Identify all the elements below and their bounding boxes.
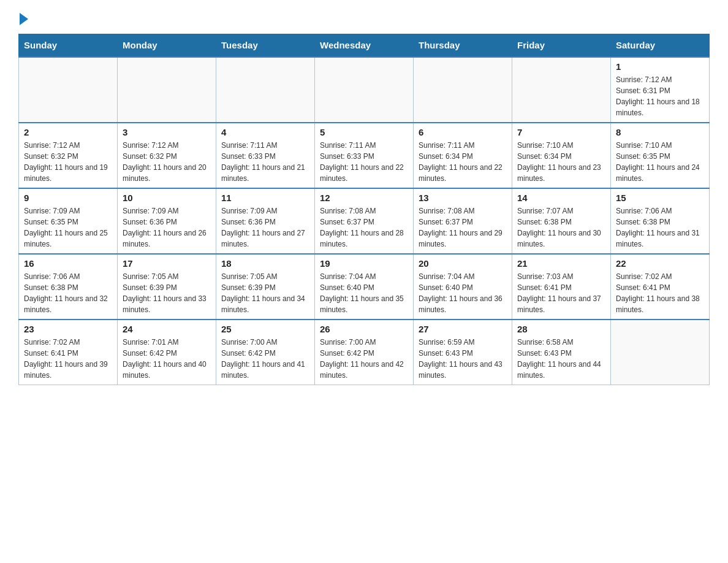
weekday-header-wednesday: Wednesday — [315, 34, 414, 57]
calendar-cell: 23Sunrise: 7:02 AMSunset: 6:41 PMDayligh… — [19, 320, 118, 385]
weekday-header-friday: Friday — [512, 34, 611, 57]
calendar-cell: 25Sunrise: 7:00 AMSunset: 6:42 PMDayligh… — [216, 320, 315, 385]
weekday-header-thursday: Thursday — [414, 34, 512, 57]
calendar-body: 1Sunrise: 7:12 AMSunset: 6:31 PMDaylight… — [19, 57, 710, 385]
calendar-week-row: 1Sunrise: 7:12 AMSunset: 6:31 PMDaylight… — [19, 57, 710, 123]
calendar-cell: 15Sunrise: 7:06 AMSunset: 6:38 PMDayligh… — [611, 188, 710, 254]
day-info: Sunrise: 7:08 AMSunset: 6:37 PMDaylight:… — [419, 205, 507, 250]
calendar-cell — [19, 57, 118, 123]
day-info: Sunrise: 7:12 AMSunset: 6:31 PMDaylight:… — [616, 74, 704, 118]
calendar-week-row: 2Sunrise: 7:12 AMSunset: 6:32 PMDaylight… — [19, 123, 710, 188]
weekday-header-sunday: Sunday — [19, 34, 118, 57]
calendar-cell: 22Sunrise: 7:02 AMSunset: 6:41 PMDayligh… — [611, 254, 710, 320]
calendar-cell: 16Sunrise: 7:06 AMSunset: 6:38 PMDayligh… — [19, 254, 118, 320]
day-number: 23 — [24, 324, 112, 334]
day-number: 10 — [123, 193, 211, 203]
calendar-cell: 5Sunrise: 7:11 AMSunset: 6:33 PMDaylight… — [315, 123, 414, 188]
day-number: 7 — [517, 127, 605, 137]
day-number: 27 — [419, 324, 507, 334]
day-info: Sunrise: 7:00 AMSunset: 6:42 PMDaylight:… — [221, 337, 309, 381]
day-number: 3 — [123, 127, 211, 137]
day-info: Sunrise: 7:08 AMSunset: 6:37 PMDaylight:… — [320, 205, 408, 250]
calendar-cell — [118, 57, 216, 123]
day-info: Sunrise: 7:05 AMSunset: 6:39 PMDaylight:… — [123, 271, 211, 315]
calendar-cell — [414, 57, 512, 123]
day-number: 19 — [320, 258, 408, 269]
day-number: 24 — [123, 324, 211, 334]
day-number: 9 — [24, 193, 112, 203]
day-info: Sunrise: 7:04 AMSunset: 6:40 PMDaylight:… — [419, 271, 507, 315]
day-number: 15 — [616, 193, 704, 203]
calendar-cell: 20Sunrise: 7:04 AMSunset: 6:40 PMDayligh… — [414, 254, 512, 320]
calendar-cell: 13Sunrise: 7:08 AMSunset: 6:37 PMDayligh… — [414, 188, 512, 254]
day-info: Sunrise: 7:10 AMSunset: 6:35 PMDaylight:… — [616, 140, 704, 184]
calendar-table: SundayMondayTuesdayWednesdayThursdayFrid… — [18, 34, 710, 385]
day-info: Sunrise: 7:02 AMSunset: 6:41 PMDaylight:… — [24, 337, 112, 381]
day-number: 16 — [24, 258, 112, 269]
calendar-cell: 24Sunrise: 7:01 AMSunset: 6:42 PMDayligh… — [118, 320, 216, 385]
day-number: 12 — [320, 193, 408, 203]
calendar-week-row: 23Sunrise: 7:02 AMSunset: 6:41 PMDayligh… — [19, 320, 710, 385]
day-number: 17 — [123, 258, 211, 269]
calendar-cell: 28Sunrise: 6:58 AMSunset: 6:43 PMDayligh… — [512, 320, 611, 385]
day-info: Sunrise: 7:04 AMSunset: 6:40 PMDaylight:… — [320, 271, 408, 315]
calendar-cell: 12Sunrise: 7:08 AMSunset: 6:37 PMDayligh… — [315, 188, 414, 254]
day-info: Sunrise: 7:12 AMSunset: 6:32 PMDaylight:… — [123, 140, 211, 184]
calendar-cell: 7Sunrise: 7:10 AMSunset: 6:34 PMDaylight… — [512, 123, 611, 188]
page-header — [18, 12, 710, 28]
day-info: Sunrise: 6:58 AMSunset: 6:43 PMDaylight:… — [517, 337, 605, 381]
logo-arrow-icon — [20, 13, 28, 25]
day-info: Sunrise: 7:06 AMSunset: 6:38 PMDaylight:… — [24, 271, 112, 315]
calendar-cell: 26Sunrise: 7:00 AMSunset: 6:42 PMDayligh… — [315, 320, 414, 385]
day-number: 20 — [419, 258, 507, 269]
calendar-cell: 4Sunrise: 7:11 AMSunset: 6:33 PMDaylight… — [216, 123, 315, 188]
day-info: Sunrise: 7:06 AMSunset: 6:38 PMDaylight:… — [616, 205, 704, 250]
calendar-cell: 17Sunrise: 7:05 AMSunset: 6:39 PMDayligh… — [118, 254, 216, 320]
day-info: Sunrise: 7:09 AMSunset: 6:36 PMDaylight:… — [221, 205, 309, 250]
calendar-cell: 21Sunrise: 7:03 AMSunset: 6:41 PMDayligh… — [512, 254, 611, 320]
calendar-header: SundayMondayTuesdayWednesdayThursdayFrid… — [19, 34, 710, 57]
day-number: 6 — [419, 127, 507, 137]
weekday-header-saturday: Saturday — [611, 34, 710, 57]
calendar-week-row: 16Sunrise: 7:06 AMSunset: 6:38 PMDayligh… — [19, 254, 710, 320]
day-info: Sunrise: 7:09 AMSunset: 6:35 PMDaylight:… — [24, 205, 112, 250]
calendar-cell — [315, 57, 414, 123]
calendar-cell: 1Sunrise: 7:12 AMSunset: 6:31 PMDaylight… — [611, 57, 710, 123]
calendar-cell: 11Sunrise: 7:09 AMSunset: 6:36 PMDayligh… — [216, 188, 315, 254]
calendar-cell: 6Sunrise: 7:11 AMSunset: 6:34 PMDaylight… — [414, 123, 512, 188]
day-info: Sunrise: 7:05 AMSunset: 6:39 PMDaylight:… — [221, 271, 309, 315]
day-number: 11 — [221, 193, 309, 203]
calendar-cell: 18Sunrise: 7:05 AMSunset: 6:39 PMDayligh… — [216, 254, 315, 320]
calendar-cell: 10Sunrise: 7:09 AMSunset: 6:36 PMDayligh… — [118, 188, 216, 254]
day-info: Sunrise: 7:03 AMSunset: 6:41 PMDaylight:… — [517, 271, 605, 315]
day-number: 22 — [616, 258, 704, 269]
weekday-header-monday: Monday — [118, 34, 216, 57]
day-number: 26 — [320, 324, 408, 334]
day-info: Sunrise: 7:02 AMSunset: 6:41 PMDaylight:… — [616, 271, 704, 315]
day-number: 1 — [616, 61, 704, 72]
weekday-header-row: SundayMondayTuesdayWednesdayThursdayFrid… — [19, 34, 710, 57]
day-number: 2 — [24, 127, 112, 137]
day-info: Sunrise: 7:01 AMSunset: 6:42 PMDaylight:… — [123, 337, 211, 381]
day-number: 5 — [320, 127, 408, 137]
day-info: Sunrise: 7:10 AMSunset: 6:34 PMDaylight:… — [517, 140, 605, 184]
day-info: Sunrise: 7:12 AMSunset: 6:32 PMDaylight:… — [24, 140, 112, 184]
day-info: Sunrise: 7:11 AMSunset: 6:33 PMDaylight:… — [221, 140, 309, 184]
day-number: 4 — [221, 127, 309, 137]
calendar-cell — [512, 57, 611, 123]
day-number: 8 — [616, 127, 704, 137]
day-number: 21 — [517, 258, 605, 269]
day-info: Sunrise: 7:07 AMSunset: 6:38 PMDaylight:… — [517, 205, 605, 250]
calendar-cell: 8Sunrise: 7:10 AMSunset: 6:35 PMDaylight… — [611, 123, 710, 188]
day-number: 25 — [221, 324, 309, 334]
calendar-cell: 3Sunrise: 7:12 AMSunset: 6:32 PMDaylight… — [118, 123, 216, 188]
calendar-cell — [611, 320, 710, 385]
calendar-cell: 27Sunrise: 6:59 AMSunset: 6:43 PMDayligh… — [414, 320, 512, 385]
day-number: 14 — [517, 193, 605, 203]
calendar-cell: 9Sunrise: 7:09 AMSunset: 6:35 PMDaylight… — [19, 188, 118, 254]
calendar-cell — [216, 57, 315, 123]
day-info: Sunrise: 7:00 AMSunset: 6:42 PMDaylight:… — [320, 337, 408, 381]
day-info: Sunrise: 7:11 AMSunset: 6:34 PMDaylight:… — [419, 140, 507, 184]
day-info: Sunrise: 6:59 AMSunset: 6:43 PMDaylight:… — [419, 337, 507, 381]
day-info: Sunrise: 7:11 AMSunset: 6:33 PMDaylight:… — [320, 140, 408, 184]
